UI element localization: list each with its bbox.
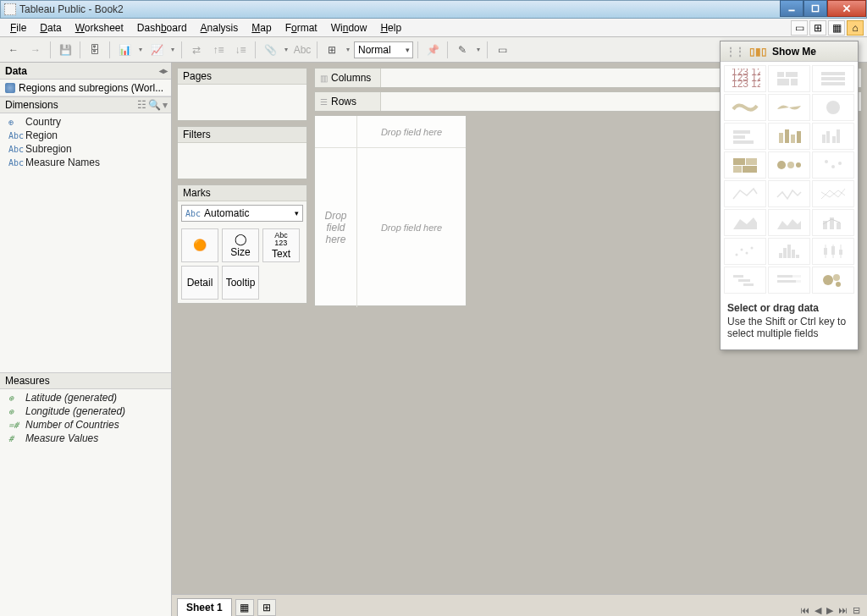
marks-tooltip-button[interactable]: Tooltip bbox=[222, 266, 259, 300]
field-country[interactable]: ⊕Country bbox=[0, 115, 171, 129]
show-me-titlebar[interactable]: ⋮⋮ ▯▮▯ Show Me bbox=[721, 41, 858, 62]
chart-line-disc[interactable] bbox=[768, 180, 810, 207]
menu-window[interactable]: Window bbox=[324, 20, 374, 36]
chart-side-bar[interactable] bbox=[812, 123, 854, 150]
sheet-tab[interactable]: Sheet 1 bbox=[177, 598, 232, 616]
chart-gantt[interactable] bbox=[724, 267, 766, 294]
marks-color-button[interactable]: 🟠 bbox=[181, 228, 218, 262]
search-icon[interactable]: 🔍 bbox=[148, 99, 161, 111]
presentation-button[interactable]: ▭ bbox=[492, 40, 512, 60]
new-worksheet-button[interactable]: ▦ bbox=[235, 599, 254, 616]
save-button[interactable]: 💾 bbox=[55, 40, 75, 60]
highlight-dropdown[interactable]: ▾ bbox=[474, 40, 483, 60]
pivot-button[interactable]: ⊞ bbox=[322, 40, 342, 60]
menu-format[interactable]: Format bbox=[279, 20, 324, 36]
field-measure-names[interactable]: AbcMeasure Names bbox=[0, 156, 171, 169]
run-update-dropdown[interactable]: ▾ bbox=[168, 40, 177, 60]
menu-help[interactable]: Help bbox=[373, 20, 408, 36]
highlight-button[interactable]: ✎ bbox=[452, 40, 472, 60]
sort-asc-button[interactable]: ↑≡ bbox=[208, 40, 229, 60]
chart-heat-map[interactable] bbox=[768, 65, 810, 92]
menu-file[interactable]: File bbox=[3, 20, 33, 36]
filters-card[interactable]: Filters bbox=[177, 126, 307, 179]
chart-symbol-map[interactable] bbox=[724, 94, 766, 121]
menu-worksheet[interactable]: Worksheet bbox=[69, 20, 130, 36]
redo-button[interactable]: → bbox=[25, 40, 46, 60]
group-dropdown[interactable]: ▾ bbox=[282, 40, 290, 60]
field-subregion[interactable]: AbcSubregion bbox=[0, 142, 171, 156]
chart-hbar[interactable] bbox=[724, 123, 766, 150]
nav-first[interactable]: ⏮ bbox=[798, 605, 811, 616]
chart-stacked-bar[interactable] bbox=[768, 123, 810, 150]
marks-size-button[interactable]: ◯Size bbox=[222, 228, 259, 262]
chart-dual-line[interactable] bbox=[812, 180, 854, 207]
menu-dashboard[interactable]: Dashboard bbox=[130, 20, 194, 36]
chart-box-plot[interactable] bbox=[812, 238, 854, 265]
view-canvas[interactable]: Drop field here Drop field here Drop fie… bbox=[314, 115, 467, 306]
window-minimize-button[interactable] bbox=[780, 0, 803, 17]
chart-line-cont[interactable] bbox=[724, 180, 766, 207]
new-datasource-button[interactable]: 🗄 bbox=[85, 40, 105, 60]
swap-button[interactable]: ⇄ bbox=[186, 40, 207, 60]
undo-button[interactable]: ← bbox=[3, 40, 24, 60]
field-measure-values[interactable]: #Measure Values bbox=[0, 432, 171, 445]
collapse-icon[interactable]: ◂▸ bbox=[159, 66, 168, 75]
marks-type-select[interactable]: AbcAutomatic bbox=[181, 205, 303, 222]
chart-text-table[interactable]: 123 123123 123123 123 bbox=[724, 65, 766, 92]
svg-point-43 bbox=[746, 252, 748, 255]
drop-field-col[interactable]: Drop field here bbox=[357, 116, 466, 147]
show-labels-button[interactable]: Abc bbox=[292, 40, 312, 60]
field-number-countries[interactable]: =#Number of Countries bbox=[0, 418, 171, 432]
chart-treemap[interactable] bbox=[724, 151, 766, 179]
chart-area-disc[interactable] bbox=[768, 209, 810, 236]
menu-analysis[interactable]: Analysis bbox=[194, 20, 246, 36]
menu-map[interactable]: Map bbox=[245, 20, 278, 36]
drop-field-main[interactable]: Drop field here bbox=[357, 148, 466, 307]
auto-updates-dropdown[interactable]: ▾ bbox=[136, 40, 145, 60]
group-button[interactable]: 📎 bbox=[260, 40, 280, 60]
sort-desc-button[interactable]: ↓≡ bbox=[230, 40, 251, 60]
chart-highlight-table[interactable] bbox=[812, 65, 854, 92]
chart-packed-bubbles[interactable] bbox=[812, 267, 854, 294]
field-longitude[interactable]: ⊕Longitude (generated) bbox=[0, 404, 171, 418]
chart-bullet[interactable] bbox=[768, 267, 810, 294]
marks-detail-button[interactable]: Detail bbox=[181, 266, 218, 300]
field-region[interactable]: AbcRegion bbox=[0, 129, 171, 142]
chart-dual-combo[interactable] bbox=[812, 209, 854, 236]
auto-updates-button[interactable]: 📊 bbox=[114, 40, 135, 60]
presentation-mode-icon[interactable]: ▭ bbox=[791, 20, 808, 36]
chart-histogram[interactable] bbox=[768, 238, 810, 265]
menu-data[interactable]: Data bbox=[33, 20, 68, 36]
new-dashboard-button[interactable]: ⊞ bbox=[257, 599, 276, 616]
svg-rect-12 bbox=[821, 77, 845, 80]
menu-icon[interactable]: ▾ bbox=[163, 99, 168, 111]
fix-axes-button[interactable]: 📌 bbox=[422, 40, 443, 60]
pivot-dropdown[interactable]: ▾ bbox=[344, 40, 352, 60]
datasource-item[interactable]: Regions and subregions (Worl... bbox=[0, 80, 171, 96]
fit-select[interactable]: Normal bbox=[354, 41, 413, 58]
chart-area-cont[interactable] bbox=[724, 209, 766, 236]
home-icon[interactable]: ⌂ bbox=[847, 20, 864, 36]
chart-pie[interactable] bbox=[812, 94, 854, 121]
window-maximize-button[interactable] bbox=[803, 0, 827, 17]
nav-show-sheets[interactable]: ⊟ bbox=[851, 605, 862, 616]
svg-rect-9 bbox=[777, 79, 789, 85]
nav-next[interactable]: ▶ bbox=[825, 605, 835, 616]
window-close-button[interactable] bbox=[827, 0, 866, 17]
chart-circle-side[interactable] bbox=[812, 151, 854, 179]
cards-toggle-icon[interactable]: ⊞ bbox=[809, 20, 826, 36]
chart-scatter[interactable] bbox=[724, 238, 766, 265]
workspace-icon[interactable]: ▦ bbox=[828, 20, 845, 36]
view-icon[interactable]: ☷ bbox=[137, 99, 146, 111]
run-update-button[interactable]: 📈 bbox=[146, 40, 167, 60]
field-latitude[interactable]: ⊕Latitude (generated) bbox=[0, 391, 171, 404]
svg-rect-47 bbox=[787, 245, 791, 258]
chart-filled-map[interactable] bbox=[768, 94, 810, 121]
drop-field-row[interactable]: Drop field here bbox=[315, 148, 357, 307]
pages-card[interactable]: Pages bbox=[177, 68, 307, 121]
show-me-panel[interactable]: ⋮⋮ ▯▮▯ Show Me 123 123123 123123 123 Sel… bbox=[720, 41, 859, 350]
marks-text-button[interactable]: Abc123Text bbox=[262, 228, 300, 262]
nav-last[interactable]: ⏭ bbox=[837, 605, 849, 616]
nav-prev[interactable]: ◀ bbox=[813, 605, 823, 616]
chart-circle-views[interactable] bbox=[768, 151, 810, 179]
